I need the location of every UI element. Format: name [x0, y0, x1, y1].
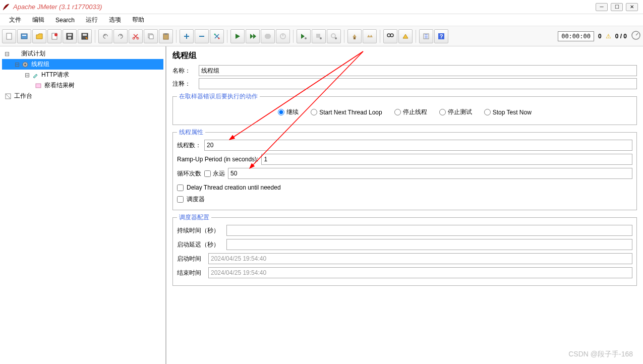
thread-props-legend: 线程属性 — [177, 128, 205, 137]
maximize-button[interactable]: ☐ — [611, 3, 623, 11]
undo-button[interactable] — [98, 29, 112, 43]
threads-label: 线程数： — [177, 141, 201, 150]
thread-group-panel: 线程组 名称： 注释： 在取样器错误后要执行的动作 继续 Start Next … — [166, 46, 643, 364]
name-label: 名称： — [172, 67, 199, 75]
loop-input[interactable] — [228, 168, 632, 179]
panel-title: 线程组 — [172, 50, 637, 61]
scheduler-checkbox[interactable]: 调度器 — [177, 195, 632, 204]
new-button[interactable] — [2, 29, 16, 43]
radio-stop-test[interactable]: 停止测试 — [439, 108, 472, 116]
toolbar: ? 00:00:00 0 ⚠ 0 / 0 — [0, 26, 643, 46]
rampup-input[interactable] — [261, 154, 632, 165]
save-as-button[interactable] — [78, 29, 92, 43]
start-button[interactable] — [230, 29, 245, 43]
radio-continue[interactable]: 继续 — [278, 108, 299, 116]
start-no-pause-button[interactable] — [246, 29, 260, 43]
shutdown-button[interactable] — [276, 29, 290, 43]
templates-button[interactable] — [17, 29, 31, 43]
menu-help[interactable]: 帮助 — [127, 15, 149, 25]
save-button[interactable] — [63, 29, 77, 43]
tree-node-http-request[interactable]: ⊟ HTTP请求 — [2, 70, 163, 80]
error-action-group: 在取样器错误后要执行的动作 继续 Start Next Thread Loop … — [172, 92, 637, 125]
clear-button[interactable] — [347, 29, 362, 43]
expand-button[interactable] — [180, 29, 194, 43]
cut-button[interactable] — [129, 29, 143, 43]
thread-group-icon — [21, 60, 29, 69]
minimize-button[interactable]: ─ — [596, 3, 608, 11]
function-helper-button[interactable] — [419, 29, 433, 43]
startup-delay-label: 启动延迟（秒） — [177, 240, 223, 249]
scheduler-legend: 调度器配置 — [177, 213, 211, 222]
remote-shutdown-button[interactable] — [327, 29, 341, 43]
svg-text:?: ? — [440, 33, 443, 39]
help-button[interactable]: ? — [434, 29, 448, 43]
search-button[interactable] — [383, 29, 397, 43]
tree-label: 工作台 — [14, 92, 32, 100]
radio-stop-now[interactable]: Stop Test Now — [484, 108, 532, 116]
tree-node-view-results[interactable]: 察看结果树 — [2, 80, 163, 91]
remote-stop-button[interactable] — [312, 29, 326, 43]
start-time-input[interactable] — [208, 253, 632, 264]
menu-run[interactable]: 运行 — [81, 15, 103, 25]
comment-input[interactable] — [199, 78, 637, 89]
tree-node-thread-group[interactable]: ⊟ 线程组 — [2, 59, 163, 70]
tree-label: 测试计划 — [21, 49, 45, 58]
redo-button[interactable] — [113, 29, 128, 43]
name-input[interactable] — [199, 65, 637, 76]
end-time-input[interactable] — [208, 267, 632, 278]
open-button[interactable] — [32, 29, 46, 43]
warning-icon: ⚠ — [606, 33, 611, 40]
results-tree-icon — [34, 82, 42, 90]
startup-delay-input[interactable] — [226, 239, 632, 250]
end-time-label: 结束时间 — [177, 269, 205, 277]
thread-properties-group: 线程属性 线程数： Ramp-Up Period (in seconds): 循… — [172, 128, 637, 210]
remote-start-button[interactable] — [297, 29, 311, 43]
tree-label: HTTP请求 — [41, 71, 69, 79]
menubar: 文件 编辑 Search 运行 选项 帮助 — [0, 14, 643, 26]
workbench-icon — [4, 92, 12, 100]
menu-edit[interactable]: 编辑 — [27, 15, 49, 25]
close-button[interactable]: ✕ — [626, 3, 638, 11]
threads-input[interactable] — [204, 140, 632, 151]
tree-label: 线程组 — [31, 60, 49, 69]
svg-rect-20 — [316, 34, 320, 38]
collapse-button[interactable] — [195, 29, 209, 43]
tree-node-test-plan[interactable]: ⊟ 测试计划 — [2, 48, 163, 59]
svg-point-21 — [320, 37, 322, 39]
test-plan-tree[interactable]: ⊟ 测试计划 ⊟ 线程组 ⊟ HTTP请求 察看结果树 工作台 — [0, 46, 166, 364]
tree-toggle-icon[interactable]: ⊟ — [14, 61, 20, 68]
active-threads: 0 — [598, 33, 602, 40]
svg-point-22 — [331, 34, 335, 38]
svg-rect-0 — [7, 33, 12, 39]
menu-options[interactable]: 选项 — [104, 15, 126, 25]
forever-checkbox[interactable]: 永远 — [204, 169, 225, 178]
tree-toggle-icon[interactable]: ⊟ — [24, 72, 30, 79]
delay-thread-checkbox[interactable]: Delay Thread creation until needed — [177, 184, 632, 191]
menu-file[interactable]: 文件 — [4, 15, 26, 25]
tree-node-workbench[interactable]: 工作台 — [2, 91, 163, 101]
radio-stop-thread[interactable]: 停止线程 — [394, 108, 427, 116]
titlebar: Apache JMeter (3.1 r1770033) ─ ☐ ✕ — [0, 0, 643, 14]
reset-search-button[interactable] — [398, 29, 413, 43]
duration-input[interactable] — [226, 225, 632, 236]
svg-rect-6 — [68, 34, 72, 36]
svg-point-19 — [305, 37, 307, 39]
toggle-button[interactable] — [210, 29, 224, 43]
start-time-label: 启动时间 — [177, 255, 205, 263]
rampup-label: Ramp-Up Period (in seconds): — [177, 156, 258, 163]
clear-all-button[interactable] — [363, 29, 377, 43]
tree-label: 察看结果树 — [44, 81, 75, 90]
paste-button[interactable] — [159, 29, 173, 43]
svg-point-32 — [24, 64, 26, 66]
svg-rect-9 — [83, 34, 87, 36]
svg-point-25 — [387, 34, 390, 37]
menu-search[interactable]: Search — [50, 16, 80, 25]
svg-point-4 — [54, 33, 57, 36]
flask-icon — [11, 50, 19, 58]
copy-button[interactable] — [144, 29, 158, 43]
tree-toggle-icon[interactable]: ⊟ — [4, 50, 10, 57]
stop-button[interactable] — [261, 29, 275, 43]
radio-next-loop[interactable]: Start Next Thread Loop — [311, 108, 382, 116]
close-file-button[interactable] — [47, 29, 62, 43]
svg-rect-33 — [36, 84, 41, 88]
